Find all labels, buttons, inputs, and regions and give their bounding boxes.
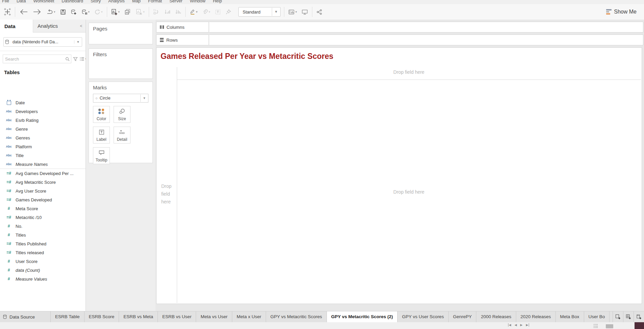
- datasource-selector[interactable]: data (Nintendo Full Da... ▼: [3, 37, 82, 47]
- drop-field-zone-top[interactable]: Drop field here: [177, 69, 641, 75]
- next-sheet-icon[interactable]: ▶: [520, 323, 523, 327]
- tab-data[interactable]: Data: [0, 20, 33, 32]
- tableau-logo-icon[interactable]: [3, 8, 11, 16]
- tab-esrb-score[interactable]: ESRB Score: [85, 311, 119, 322]
- field-data-count[interactable]: #data (Count): [0, 266, 86, 275]
- tab-gpy-vs-metacritic-scores-2[interactable]: GPY vs Metacritic Scores (2): [327, 311, 398, 322]
- tab-2000-releases[interactable]: 2000 Releases: [476, 311, 516, 322]
- field-title[interactable]: AbcTitle: [0, 151, 86, 160]
- menu-dashboard[interactable]: Dashboard: [62, 0, 83, 2]
- tab-analytics[interactable]: Analytics: [33, 20, 77, 32]
- drop-field-zone-left[interactable]: Drop field here: [161, 182, 171, 206]
- new-story-tab-button[interactable]: [634, 311, 644, 322]
- menu-worksheet[interactable]: Worksheet: [33, 0, 54, 2]
- show-me-button[interactable]: Show Me: [606, 9, 644, 15]
- menu-story[interactable]: Story: [91, 0, 101, 2]
- field-avg-games-developed-per[interactable]: =#Avg Games Developed Per ...: [0, 169, 86, 178]
- highlight-caret-icon[interactable]: ▾: [196, 10, 198, 14]
- first-sheet-icon[interactable]: ◀: [508, 323, 511, 327]
- field-measure-values[interactable]: #Measure Values: [0, 275, 86, 283]
- menu-file[interactable]: File: [2, 0, 9, 2]
- new-worksheet-button[interactable]: ▾: [111, 8, 121, 16]
- tab-meta-box[interactable]: Meta Box: [556, 311, 584, 322]
- tab-genrepy[interactable]: GenrePY: [449, 311, 477, 322]
- new-worksheet-caret-icon[interactable]: ▾: [118, 10, 120, 14]
- pause-auto-updates-button[interactable]: ▾: [81, 8, 91, 16]
- color-button[interactable]: Color: [93, 106, 110, 123]
- new-data-source-button[interactable]: [70, 8, 77, 16]
- tab-esrb-vs-user[interactable]: ESRB vs User: [158, 311, 196, 322]
- size-button[interactable]: Size: [114, 106, 130, 123]
- field-avg-metacritic-score[interactable]: =#Avg Metacritic Score: [0, 178, 86, 187]
- tab-esrb-vs-meta[interactable]: ESRB vs Meta: [119, 311, 158, 322]
- undo-button[interactable]: [19, 8, 29, 16]
- tooltip-button[interactable]: Tooltip: [93, 147, 110, 164]
- field-measure-names[interactable]: AbcMeasure Names: [0, 160, 86, 169]
- pause-caret-icon[interactable]: ▾: [88, 10, 90, 14]
- mark-type-caret-icon[interactable]: ▼: [140, 94, 148, 102]
- tab-esrb-table[interactable]: ESRB Table: [51, 311, 85, 322]
- field-titles-published[interactable]: =#Titles Published: [0, 239, 86, 248]
- field-meta-score[interactable]: #Meta Score: [0, 204, 86, 213]
- field-user-score[interactable]: #User Score: [0, 257, 86, 266]
- field-genres[interactable]: AbcGenres: [0, 133, 86, 142]
- tab-meta-vs-user[interactable]: Meta vs User: [196, 311, 232, 322]
- collapse-pane-icon[interactable]: <: [77, 20, 86, 32]
- new-dashboard-tab-button[interactable]: [623, 311, 634, 322]
- field-esrb-rating[interactable]: AbcEsrb Rating: [0, 116, 86, 125]
- menu-data[interactable]: Data: [17, 0, 26, 2]
- menu-format[interactable]: Format: [148, 0, 162, 2]
- menu-map[interactable]: Map: [132, 0, 141, 2]
- mark-type-selector[interactable]: ○ Circle ▼: [93, 94, 148, 103]
- rows-shelf[interactable]: Rows: [156, 35, 643, 45]
- highlight-button[interactable]: ▾: [189, 8, 198, 16]
- field-games-developed[interactable]: =#Games Developed: [0, 195, 86, 204]
- search-input[interactable]: [3, 56, 65, 62]
- replay-button[interactable]: ▾: [46, 8, 56, 15]
- columns-shelf[interactable]: Columns: [156, 22, 643, 32]
- field-avg-user-score[interactable]: =#Avg User Score: [0, 187, 86, 195]
- replay-caret-icon[interactable]: ▾: [54, 10, 55, 14]
- previous-sheet-icon[interactable]: ◀: [515, 323, 517, 327]
- label-button[interactable]: Label: [93, 127, 110, 144]
- columns-drop-area[interactable]: [209, 22, 643, 32]
- tab-gpy-vs-metacritic-scores[interactable]: GPY vs Metacritic Scores: [266, 311, 327, 322]
- menu-analysis[interactable]: Analysis: [108, 0, 124, 2]
- fit-selector-caret-icon[interactable]: ▼: [272, 8, 280, 16]
- sheet-title[interactable]: Games Released Per Year vs Metacritic Sc…: [161, 52, 333, 61]
- menu-window[interactable]: Window: [190, 0, 205, 2]
- duplicate-button[interactable]: [124, 8, 132, 16]
- menu-server[interactable]: Server: [169, 0, 182, 2]
- filters-shelf[interactable]: Filters: [89, 48, 153, 79]
- filter-fields-icon[interactable]: [73, 57, 78, 61]
- detail-button[interactable]: Detail: [114, 127, 130, 144]
- field-metacritic-10[interactable]: =#Metacritic /10: [0, 213, 86, 222]
- fit-selector[interactable]: Standard ▼: [238, 7, 281, 17]
- field-developers[interactable]: AbcDevelopers: [0, 107, 86, 116]
- field-titles[interactable]: #Titles: [0, 231, 86, 239]
- save-button[interactable]: [59, 8, 67, 16]
- film-strip-icon[interactable]: [594, 324, 598, 328]
- drop-field-zone-center[interactable]: Drop field here: [177, 189, 641, 195]
- show-me-cards-button[interactable]: ▾: [288, 8, 298, 16]
- tab-2020-releases[interactable]: 2020 Releases: [516, 311, 556, 322]
- show-me-cards-caret-icon[interactable]: ▾: [295, 10, 297, 14]
- search-box[interactable]: [3, 54, 71, 63]
- field-genre[interactable]: AbcGenre: [0, 125, 86, 133]
- field-no[interactable]: #No.: [0, 222, 86, 231]
- field-titles-released[interactable]: =#Titles released: [0, 248, 86, 257]
- pages-shelf[interactable]: Pages: [89, 23, 153, 44]
- tab-gpy-vs-user-scores[interactable]: GPY vs User Scores: [398, 311, 449, 322]
- new-worksheet-tab-button[interactable]: [613, 311, 623, 322]
- redo-button[interactable]: [32, 8, 42, 16]
- field-date[interactable]: Date: [0, 98, 86, 107]
- datasource-caret-icon[interactable]: ▼: [74, 40, 82, 44]
- tab-user-bo[interactable]: User Bo: [584, 311, 610, 322]
- last-sheet-icon[interactable]: ▶: [526, 323, 529, 327]
- menu-help[interactable]: Help: [213, 0, 222, 2]
- tab-meta-x-user[interactable]: Meta x User: [232, 311, 266, 322]
- presentation-mode-button[interactable]: [301, 8, 309, 16]
- tab-data-source[interactable]: Data Source: [0, 311, 51, 322]
- field-platform[interactable]: AbcPlatform: [0, 142, 86, 151]
- share-button[interactable]: [316, 8, 323, 16]
